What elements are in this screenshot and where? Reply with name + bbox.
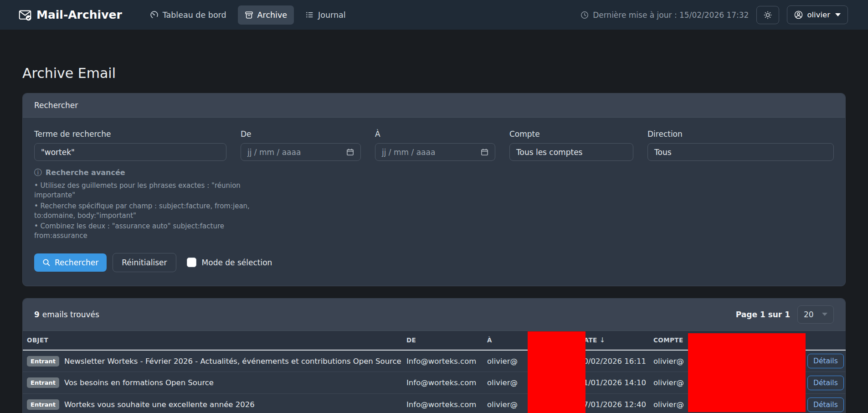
account-label: Compte xyxy=(509,129,633,139)
search-button-label: Rechercher xyxy=(55,258,98,267)
details-button[interactable]: Détails xyxy=(807,376,844,390)
direction-badge: Entrant xyxy=(27,356,59,367)
chevron-down-icon xyxy=(822,313,827,316)
direction-select[interactable]: Tous xyxy=(647,143,834,161)
account-select-value: Tous les comptes xyxy=(516,148,582,157)
navbar-right: Dernière mise à jour : 15/02/2026 17:32 xyxy=(580,5,848,24)
selection-mode-control: Mode de sélection xyxy=(187,258,272,267)
search-panel-title: Rechercher xyxy=(34,101,78,110)
email-date: 10/02/2026 16:11 xyxy=(579,350,653,372)
details-button[interactable]: Détails xyxy=(807,398,844,412)
nav-item-dashboard[interactable]: Tableau de bord xyxy=(143,5,233,25)
clock-icon xyxy=(580,11,589,19)
email-date: 21/01/2026 14:10 xyxy=(579,372,653,394)
advanced-search-help-lines: • Utilisez des guillemets pour les phras… xyxy=(34,181,251,241)
last-update-status: Dernière mise à jour : 15/02/2026 17:32 xyxy=(580,10,749,20)
column-header-objet: Objet xyxy=(23,331,406,350)
nav-item-archive[interactable]: Archive xyxy=(238,5,294,25)
search-term-label: Terme de recherche xyxy=(34,129,226,139)
search-panel-header: Rechercher xyxy=(23,93,845,118)
advanced-search-help: ⓘ Recherche avancée • Utilisez des guill… xyxy=(34,167,251,241)
search-icon xyxy=(42,258,51,267)
column-header-de: De xyxy=(406,331,487,350)
email-subject: Worteks vous souhaite une excellente ann… xyxy=(64,400,255,409)
redaction-overlay xyxy=(528,331,586,413)
search-panel-body: Terme de recherche De jj / mm / aaaa xyxy=(23,118,845,286)
help-line: • Recherche spécifique par champ : subje… xyxy=(34,201,251,221)
direction-badge: Entrant xyxy=(27,399,59,410)
envelope-check-icon xyxy=(19,9,31,21)
date-to-input[interactable]: jj / mm / aaaa xyxy=(375,143,495,161)
calendar-icon xyxy=(481,148,488,156)
column-header-actions xyxy=(807,331,846,350)
pager: Page 1 sur 1 20 xyxy=(736,305,834,324)
direction-badge: Entrant xyxy=(27,377,59,388)
help-line: • Utilisez des guillemets pour les phras… xyxy=(34,181,251,201)
brand-title: Mail-Archiver xyxy=(36,8,122,21)
page-title: Archive Email xyxy=(22,65,846,81)
email-subject: Newsletter Worteks - Février 2026 - Actu… xyxy=(64,357,401,366)
date-from-placeholder: jj / mm / aaaa xyxy=(247,148,301,157)
results-count-number: 9 xyxy=(34,310,40,319)
field-date-from: De jj / mm / aaaa xyxy=(241,129,361,161)
date-from-input[interactable]: jj / mm / aaaa xyxy=(241,143,361,161)
last-update-text: Dernière mise à jour : 15/02/2026 17:32 xyxy=(593,10,749,20)
selection-mode-checkbox[interactable] xyxy=(187,258,196,267)
search-actions: Rechercher Réinitialiser Mode de sélecti… xyxy=(34,253,834,272)
email-from: Info@worteks.com xyxy=(406,350,487,372)
theme-toggle-button[interactable] xyxy=(756,6,779,24)
results-count: 9 emails trouvés xyxy=(34,310,99,319)
page-info: Page 1 sur 1 xyxy=(736,310,790,319)
page-size-value: 20 xyxy=(804,310,814,319)
date-to-label: À xyxy=(375,129,495,139)
user-name: olivier xyxy=(807,10,830,19)
chevron-down-icon xyxy=(835,13,841,16)
field-date-to: À jj / mm / aaaa xyxy=(375,129,495,161)
date-to-placeholder: jj / mm / aaaa xyxy=(382,148,435,157)
nav-label: Journal xyxy=(318,10,346,20)
search-panel: Rechercher Terme de recherche De jj / mm… xyxy=(22,93,846,286)
search-fields-row: Terme de recherche De jj / mm / aaaa xyxy=(34,129,834,161)
field-direction: Direction Tous xyxy=(647,129,834,161)
brand[interactable]: Mail-Archiver xyxy=(19,8,122,21)
nav-label: Archive xyxy=(257,10,287,20)
date-from-label: De xyxy=(241,129,361,139)
nav-label: Tableau de bord xyxy=(163,10,226,20)
person-circle-icon xyxy=(794,10,803,19)
column-header-date[interactable]: Date↓ xyxy=(579,331,653,350)
help-title-text: Recherche avancée xyxy=(46,168,125,177)
nav-item-journal[interactable]: Journal xyxy=(298,5,353,25)
field-account: Compte Tous les comptes xyxy=(509,129,633,161)
search-term-input[interactable] xyxy=(34,143,226,161)
details-button[interactable]: Détails xyxy=(807,354,844,368)
journal-list-icon xyxy=(305,10,314,19)
search-button[interactable]: Rechercher xyxy=(34,253,107,272)
advanced-search-help-title: ⓘ Recherche avancée xyxy=(34,167,251,178)
sun-icon xyxy=(764,11,772,19)
help-line: • Combinez les deux : "assurance auto" s… xyxy=(34,222,251,241)
direction-select-value: Tous xyxy=(654,148,672,157)
selection-mode-label: Mode de sélection xyxy=(202,258,272,267)
redaction-overlay xyxy=(688,333,806,412)
results-header: 9 emails trouvés Page 1 sur 1 20 xyxy=(23,299,845,331)
email-from: Info@worteks.com xyxy=(406,394,487,413)
email-from: Info@worteks.com xyxy=(406,372,487,394)
page-size-select[interactable]: 20 xyxy=(797,305,834,324)
speedometer-icon xyxy=(150,10,159,19)
archive-icon xyxy=(245,10,253,19)
direction-label: Direction xyxy=(647,129,834,139)
email-subject: Vos besoins en formations Open Source xyxy=(64,378,214,387)
top-navbar: Mail-Archiver Tableau de bord Archiv xyxy=(0,0,868,30)
main-nav: Tableau de bord Archive xyxy=(143,5,353,25)
reset-button[interactable]: Réinitialiser xyxy=(113,253,176,272)
reset-button-label: Réinitialiser xyxy=(122,258,167,267)
calendar-icon xyxy=(346,148,354,156)
results-count-label: emails trouvés xyxy=(42,310,99,319)
user-menu-button[interactable]: olivier xyxy=(787,5,848,24)
info-circle-icon: ⓘ xyxy=(34,167,42,178)
sort-desc-icon: ↓ xyxy=(600,336,606,344)
email-date: 07/01/2026 12:40 xyxy=(579,394,653,413)
field-search-term: Terme de recherche xyxy=(34,129,226,161)
account-select[interactable]: Tous les comptes xyxy=(509,143,633,161)
